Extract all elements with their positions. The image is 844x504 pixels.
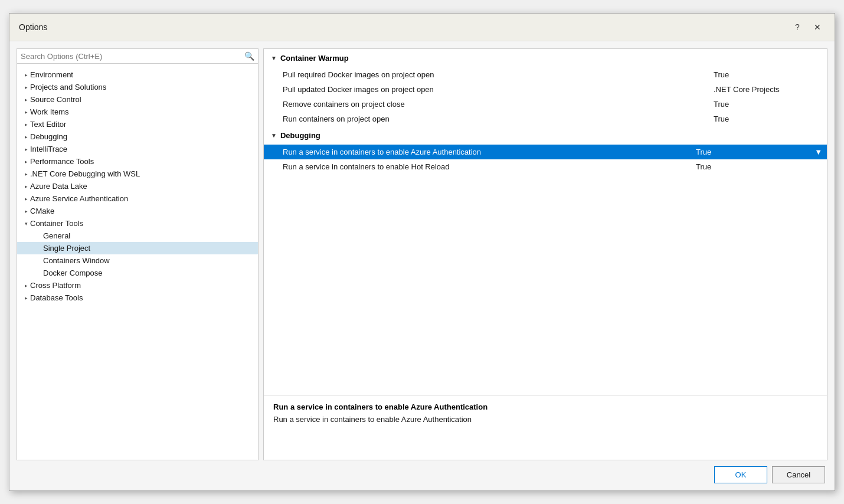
- close-button[interactable]: ✕: [810, 19, 825, 35]
- tree-label-general: General: [43, 231, 253, 240]
- tree-arrow-azure-auth: ▸: [22, 196, 30, 202]
- debugging-options-table: Run a service in containers to enable Az…: [264, 145, 827, 174]
- tree-item-database-tools[interactable]: ▸ Database Tools: [17, 292, 258, 304]
- debug-opt1-dropdown[interactable]: ▼: [809, 145, 827, 159]
- tree-label-source: Source Control: [30, 95, 253, 104]
- tree-label-azure-lake: Azure Data Lake: [30, 182, 253, 191]
- options-panel: ▼ Container Warmup Pull required Docker …: [264, 49, 827, 395]
- search-box: 🔍: [17, 49, 258, 64]
- tree-label-debugging: Debugging: [30, 132, 253, 141]
- debugging-section-title: Debugging: [280, 131, 320, 140]
- table-row[interactable]: Pull required Docker images on project o…: [264, 67, 827, 82]
- title-bar-right: ? ✕: [790, 19, 825, 35]
- right-panel: ▼ Container Warmup Pull required Docker …: [263, 48, 827, 460]
- tree-arrow-source: ▸: [22, 97, 30, 103]
- tree-label-projects: Projects and Solutions: [30, 83, 253, 91]
- table-row[interactable]: Run containers on project open True: [264, 112, 827, 126]
- warmup-title: Container Warmup: [280, 54, 349, 63]
- tree-item-projects-solutions[interactable]: ▸ Projects and Solutions: [17, 81, 258, 93]
- debug-opt2-dropdown-placeholder: [809, 159, 827, 174]
- warmup-opt2-label: Pull updated Docker images on project op…: [264, 82, 709, 97]
- options-dialog: Options ? ✕ 🔍 ▸ Environment: [9, 13, 835, 491]
- tree-item-source-control[interactable]: ▸ Source Control: [17, 93, 258, 106]
- tree-item-work-items[interactable]: ▸ Work Items: [17, 106, 258, 118]
- tree-item-general[interactable]: General: [17, 230, 258, 242]
- tree-label-text: Text Editor: [30, 120, 253, 129]
- tree-item-net-core[interactable]: ▸ .NET Core Debugging with WSL: [17, 168, 258, 180]
- container-warmup-header[interactable]: ▼ Container Warmup: [264, 49, 827, 67]
- tree-item-azure-service-auth[interactable]: ▸ Azure Service Authentication: [17, 192, 258, 205]
- tree-label-environment: Environment: [30, 70, 253, 79]
- warmup-opt1-value: True: [709, 67, 827, 82]
- tree-item-single-project[interactable]: Single Project: [17, 242, 258, 254]
- tree-label-intellitrace: IntelliTrace: [30, 145, 253, 153]
- debugging-arrow-icon: ▼: [271, 132, 277, 139]
- tree-arrow-debugging: ▸: [22, 134, 30, 140]
- debugging-section-header[interactable]: ▼ Debugging: [264, 126, 827, 145]
- tree-arrow-projects: ▸: [22, 84, 30, 90]
- main-content: 🔍 ▸ Environment ▸ Projects and Solutions…: [17, 48, 827, 460]
- tree-label-work: Work Items: [30, 107, 253, 116]
- tree-arrow-db: ▸: [22, 295, 30, 301]
- tree-item-intellitrace[interactable]: ▸ IntelliTrace: [17, 143, 258, 155]
- tree-arrow-cross: ▸: [22, 283, 30, 289]
- tree-arrow-work: ▸: [22, 109, 30, 115]
- tree-label-db: Database Tools: [30, 293, 253, 302]
- left-panel: 🔍 ▸ Environment ▸ Projects and Solutions…: [17, 48, 259, 460]
- tree-item-performance-tools[interactable]: ▸ Performance Tools: [17, 155, 258, 168]
- warmup-opt4-label: Run containers on project open: [264, 112, 709, 126]
- title-bar-left: Options: [19, 22, 47, 32]
- dialog-body: 🔍 ▸ Environment ▸ Projects and Solutions…: [9, 41, 835, 460]
- warmup-opt2-value: .NET Core Projects: [709, 82, 827, 97]
- tree-item-cross-platform[interactable]: ▸ Cross Platform: [17, 279, 258, 292]
- search-icon: 🔍: [244, 51, 254, 61]
- help-button[interactable]: ?: [790, 19, 805, 35]
- tree-label-container: Container Tools: [30, 219, 253, 228]
- tree-label-containers-window: Containers Window: [43, 256, 253, 265]
- tree-arrow-environment: ▸: [22, 72, 30, 78]
- tree-item-container-tools[interactable]: ▾ Container Tools: [17, 217, 258, 230]
- tree-label-azure-auth: Azure Service Authentication: [30, 194, 253, 203]
- table-row[interactable]: Remove containers on project close True: [264, 97, 827, 112]
- tree-arrow-intellitrace: ▸: [22, 146, 30, 152]
- tree-arrow-azure-lake: ▸: [22, 184, 30, 189]
- warmup-opt1-label: Pull required Docker images on project o…: [264, 67, 709, 82]
- tree-arrow-container: ▾: [22, 221, 30, 227]
- tree-arrow-cmake: ▸: [22, 208, 30, 214]
- tree-item-docker-compose[interactable]: Docker Compose: [17, 267, 258, 279]
- info-panel: Run a service in containers to enable Az…: [264, 395, 827, 460]
- debug-opt1-label: Run a service in containers to enable Az…: [264, 145, 691, 159]
- dialog-footer: OK Cancel: [9, 460, 835, 490]
- table-row[interactable]: Run a service in containers to enable Ho…: [264, 159, 827, 174]
- tree-item-environment[interactable]: ▸ Environment: [17, 68, 258, 81]
- debug-opt2-label: Run a service in containers to enable Ho…: [264, 159, 691, 174]
- info-title: Run a service in containers to enable Az…: [273, 402, 817, 411]
- debug-opt2-value: True: [691, 159, 809, 174]
- tree-arrow-performance: ▸: [22, 159, 30, 165]
- ok-button[interactable]: OK: [714, 466, 767, 483]
- cancel-button[interactable]: Cancel: [772, 466, 825, 483]
- tree-label-cross: Cross Platform: [30, 281, 253, 290]
- table-row-selected[interactable]: Run a service in containers to enable Az…: [264, 145, 827, 159]
- title-bar: Options ? ✕: [9, 14, 835, 41]
- dialog-title: Options: [19, 22, 47, 32]
- tree-item-cmake[interactable]: ▸ CMake: [17, 205, 258, 217]
- tree-item-debugging[interactable]: ▸ Debugging: [17, 130, 258, 143]
- tree-arrow-net-core: ▸: [22, 171, 30, 177]
- warmup-opt3-value: True: [709, 97, 827, 112]
- tree-item-azure-data-lake[interactable]: ▸ Azure Data Lake: [17, 180, 258, 192]
- warmup-opt4-value: True: [709, 112, 827, 126]
- tree-container: ▸ Environment ▸ Projects and Solutions ▸…: [17, 66, 258, 460]
- tree-label-performance: Performance Tools: [30, 157, 253, 166]
- tree-item-text-editor[interactable]: ▸ Text Editor: [17, 118, 258, 130]
- table-row[interactable]: Pull updated Docker images on project op…: [264, 82, 827, 97]
- info-description: Run a service in containers to enable Az…: [273, 415, 817, 424]
- debug-opt1-value: True: [691, 145, 809, 159]
- tree-label-net-core: .NET Core Debugging with WSL: [30, 169, 253, 178]
- tree-arrow-text: ▸: [22, 122, 30, 127]
- tree-item-containers-window[interactable]: Containers Window: [17, 254, 258, 267]
- tree-label-single: Single Project: [43, 244, 253, 253]
- tree-label-cmake: CMake: [30, 207, 253, 215]
- warmup-options-table: Pull required Docker images on project o…: [264, 67, 827, 126]
- search-input[interactable]: [21, 52, 244, 61]
